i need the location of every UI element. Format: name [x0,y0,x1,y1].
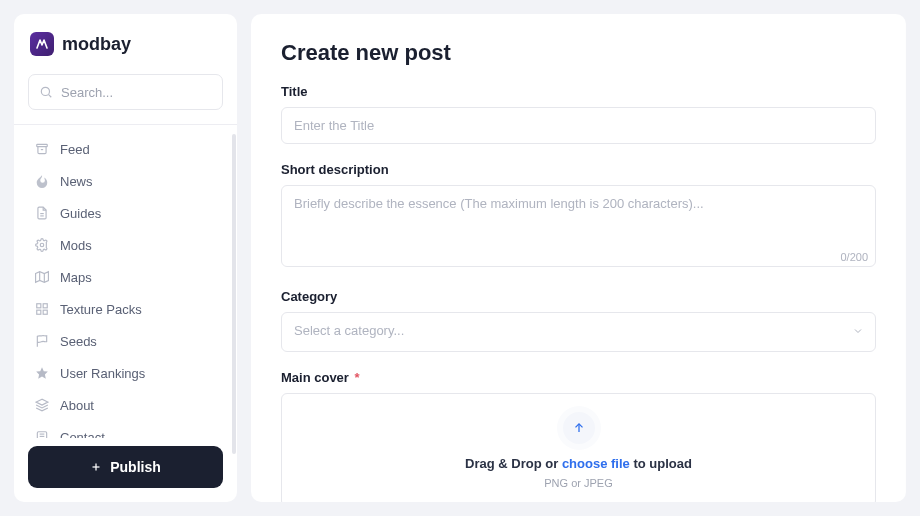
sidebar-item-label: About [60,398,94,413]
sidebar-item-user-rankings[interactable]: User Rankings [28,357,223,389]
sidebar-item-label: Maps [60,270,92,285]
sidebar-item-label: Guides [60,206,101,221]
svg-rect-12 [37,310,41,314]
main-panel: Create new post Title Short description … [251,14,906,502]
short-desc-textarea[interactable] [281,185,876,267]
flame-icon [34,173,50,189]
sidebar-item-texture-packs[interactable]: Texture Packs [28,293,223,325]
sidebar-item-label: User Rankings [60,366,145,381]
cover-label: Main cover * [281,370,876,385]
sidebar-item-label: News [60,174,93,189]
divider [14,124,237,125]
dropzone-subtext: PNG or JPEG [544,477,612,489]
svg-point-0 [41,87,49,95]
brand-name: modbay [62,34,131,55]
layers-icon [34,397,50,413]
cover-label-text: Main cover [281,370,349,385]
page-title: Create new post [281,40,876,66]
required-marker: * [355,370,360,385]
sidebar-item-seeds[interactable]: Seeds [28,325,223,357]
category-label: Category [281,289,876,304]
title-label: Title [281,84,876,99]
search-input-wrap[interactable] [28,74,223,110]
sidebar-item-news[interactable]: News [28,165,223,197]
flag-icon [34,333,50,349]
gear-icon [34,237,50,253]
svg-rect-10 [37,304,41,308]
svg-marker-15 [36,399,48,405]
short-desc-label: Short description [281,162,876,177]
svg-rect-11 [43,304,47,308]
field-title: Title [281,84,876,144]
sidebar-item-contact[interactable]: Contact [28,421,223,438]
publish-label: Publish [110,459,161,475]
sidebar-item-label: Texture Packs [60,302,142,317]
plus-icon [90,461,102,473]
search-input[interactable] [61,85,212,100]
category-select[interactable]: Select a category... [281,312,876,352]
map-icon [34,269,50,285]
sidebar-item-label: Feed [60,142,90,157]
svg-rect-16 [37,432,46,438]
title-input[interactable] [281,107,876,144]
sidebar-item-mods[interactable]: Mods [28,229,223,261]
sidebar-item-label: Mods [60,238,92,253]
publish-button[interactable]: Publish [28,446,223,488]
svg-line-1 [49,95,52,98]
sidebar: modbay Feed News Guides Mods [14,14,237,502]
field-category: Category Select a category... [281,289,876,352]
svg-rect-13 [43,310,47,314]
field-short-description: Short description 0/200 [281,162,876,271]
sidebar-item-feed[interactable]: Feed [28,133,223,165]
scrollbar-thumb[interactable] [232,134,236,454]
choose-file-link[interactable]: choose file [562,456,630,471]
svg-rect-2 [37,144,48,146]
brand[interactable]: modbay [28,32,223,56]
cover-dropzone[interactable]: Drag & Drop or choose file to upload PNG… [281,393,876,502]
star-icon [34,365,50,381]
book-icon [34,429,50,438]
grid-icon [34,301,50,317]
document-icon [34,205,50,221]
svg-marker-14 [36,367,48,379]
sidebar-item-about[interactable]: About [28,389,223,421]
archive-icon [34,141,50,157]
search-icon [39,85,53,99]
brand-logo-icon [30,32,54,56]
field-main-cover: Main cover * Drag & Drop or choose file … [281,370,876,502]
upload-icon [563,412,595,444]
dropzone-text: Drag & Drop or choose file to upload [465,456,692,471]
sidebar-item-label: Contact [60,430,105,439]
sidebar-item-label: Seeds [60,334,97,349]
svg-point-6 [40,243,44,247]
svg-marker-7 [36,272,49,283]
sidebar-item-maps[interactable]: Maps [28,261,223,293]
sidebar-item-guides[interactable]: Guides [28,197,223,229]
nav-list: Feed News Guides Mods Maps Texture Packs [28,133,223,438]
